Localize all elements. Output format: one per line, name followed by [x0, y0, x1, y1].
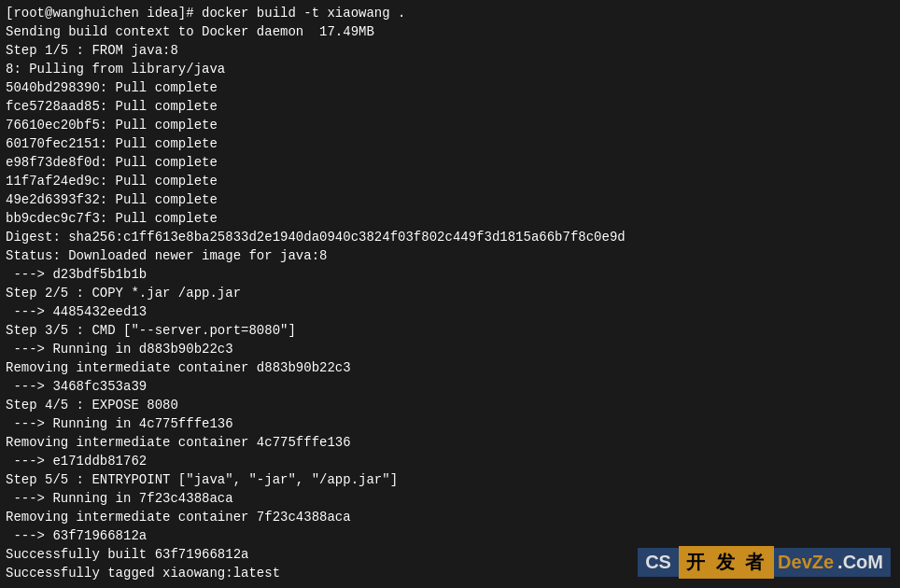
terminal-line: 11f7af24ed9c: Pull complete: [6, 172, 894, 190]
terminal-line: ---> d23bdf5b1b1b: [6, 265, 894, 284]
terminal-line: Step 4/5 : EXPOSE 8080: [6, 396, 894, 414]
terminal-line: ---> e171ddb81762: [6, 452, 894, 470]
watermark-tld: .CoM: [837, 548, 891, 577]
terminal-line: ---> 63f71966812a: [6, 526, 894, 545]
terminal-line: 60170fec2151: Pull complete: [6, 134, 894, 153]
watermark-domain: DevZe: [774, 548, 837, 577]
terminal-line: 76610ec20bf5: Pull complete: [6, 116, 894, 134]
terminal-line: e98f73de8f0d: Pull complete: [6, 153, 894, 172]
terminal-line: [root@wanghuichen idea]# docker build -t…: [6, 4, 894, 22]
watermark-box: 开 发 者: [679, 546, 774, 579]
terminal-line: bb9cdec9c7f3: Pull complete: [6, 209, 894, 228]
terminal-line: Step 3/5 : CMD ["--server.port=8080"]: [6, 321, 894, 340]
terminal-line: Step 1/5 : FROM java:8: [6, 41, 894, 60]
terminal-line: ---> 4485432eed13: [6, 302, 894, 321]
terminal-content: [root@wanghuichen idea]# docker build -t…: [6, 4, 894, 582]
terminal-line: Removing intermediate container d883b90b…: [6, 358, 894, 377]
terminal-line: ---> Running in 4c775fffe136: [6, 414, 894, 433]
terminal-line: ---> Running in d883b90b22c3: [6, 340, 894, 358]
terminal-line: fce5728aad85: Pull complete: [6, 97, 894, 116]
terminal-line: 8: Pulling from library/java: [6, 60, 894, 78]
terminal-line: ---> 3468fc353a39: [6, 377, 894, 396]
terminal-window: [root@wanghuichen idea]# docker build -t…: [0, 0, 900, 588]
terminal-line: Step 5/5 : ENTRYPOINT ["java", "-jar", "…: [6, 470, 894, 489]
terminal-line: Digest: sha256:c1ff613e8ba25833d2e1940da…: [6, 228, 894, 246]
terminal-line: Removing intermediate container 4c775fff…: [6, 433, 894, 452]
watermark-cs: CS: [638, 548, 679, 577]
terminal-line: Step 2/5 : COPY *.jar /app.jar: [6, 284, 894, 302]
terminal-line: 49e2d6393f32: Pull complete: [6, 190, 894, 209]
terminal-line: Sending build context to Docker daemon 1…: [6, 22, 894, 41]
terminal-line: Status: Downloaded newer image for java:…: [6, 246, 894, 265]
terminal-line: ---> Running in 7f23c4388aca: [6, 489, 894, 508]
watermark: CS 开 发 者 DevZe.CoM: [638, 546, 891, 579]
terminal-line: 5040bd298390: Pull complete: [6, 78, 894, 97]
terminal-line: Removing intermediate container 7f23c438…: [6, 508, 894, 526]
